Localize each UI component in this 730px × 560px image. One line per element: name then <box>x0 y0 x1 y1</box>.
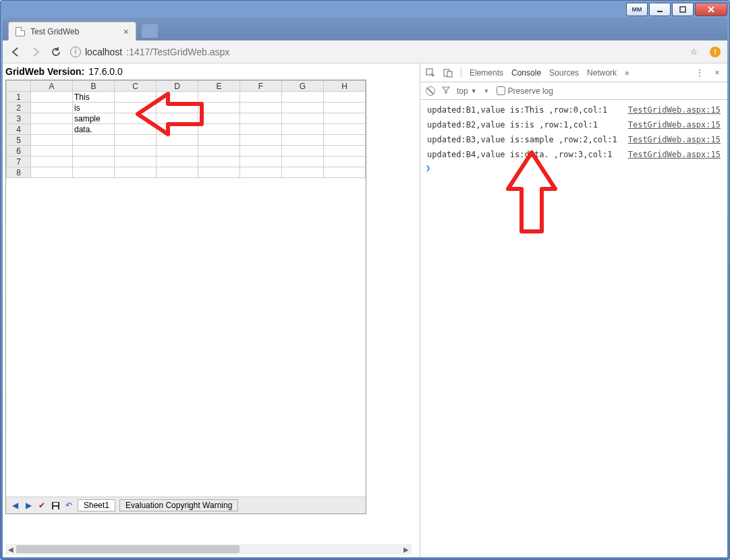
col-header[interactable]: C <box>115 81 157 92</box>
grid-cell[interactable] <box>198 92 240 103</box>
grid-cell[interactable] <box>282 92 324 103</box>
grid-cell[interactable] <box>282 135 324 146</box>
grid-cell[interactable]: This <box>73 92 115 103</box>
inspect-icon[interactable] <box>426 68 435 78</box>
grid-cell[interactable] <box>157 103 198 113</box>
grid-cell[interactable] <box>240 124 282 135</box>
grid-cell[interactable] <box>31 135 73 146</box>
grid-cell[interactable] <box>324 113 366 124</box>
grid-cell[interactable] <box>31 103 73 113</box>
console-source-link[interactable]: TestGridWeb.aspx:15 <box>628 134 721 146</box>
grid-cell[interactable] <box>324 146 366 157</box>
preserve-log-toggle[interactable]: Preserve log <box>497 86 553 96</box>
grid-cell[interactable] <box>324 124 366 135</box>
back-button[interactable] <box>9 46 22 58</box>
grid-cell[interactable] <box>115 113 157 124</box>
grid-cell[interactable] <box>31 157 73 167</box>
minimize-button[interactable] <box>649 3 671 16</box>
grid-cell[interactable] <box>324 167 366 178</box>
grid-cell[interactable] <box>198 113 240 124</box>
grid-cell[interactable] <box>31 113 73 124</box>
col-header[interactable]: D <box>157 81 198 92</box>
maximize-button[interactable] <box>672 3 694 16</box>
info-icon[interactable]: i <box>70 47 81 57</box>
grid-corner[interactable] <box>7 81 31 92</box>
devtools-tab-sources[interactable]: Sources <box>549 68 579 78</box>
url-box[interactable]: i localhost:1417/TestGridWeb.aspx <box>70 47 682 57</box>
scroll-right-icon[interactable]: ▶ <box>401 544 412 555</box>
context-dropdown[interactable]: top ▼ <box>457 86 477 96</box>
grid-cell[interactable] <box>157 113 198 124</box>
col-header[interactable]: E <box>198 81 240 92</box>
devtools-more-tabs-icon[interactable]: » <box>625 68 629 78</box>
grid-cell[interactable] <box>240 92 282 103</box>
evaluation-warning-tab[interactable]: Evaluation Copyright Warning <box>119 499 238 511</box>
grid-cell[interactable] <box>31 167 73 178</box>
submit-icon[interactable]: ✔ <box>37 501 47 510</box>
console-source-link[interactable]: TestGridWeb.aspx:15 <box>628 148 721 161</box>
grid-cell[interactable] <box>73 146 115 157</box>
grid-cell[interactable] <box>73 157 115 167</box>
grid-cell[interactable] <box>240 103 282 113</box>
row-header[interactable]: 2 <box>7 103 31 113</box>
row-header[interactable]: 5 <box>7 135 31 146</box>
row-header[interactable]: 4 <box>7 124 31 135</box>
row-header[interactable]: 1 <box>7 92 31 103</box>
close-button[interactable] <box>695 3 727 16</box>
new-tab-button[interactable] <box>142 24 158 38</box>
devtools-close-icon[interactable]: × <box>712 68 722 78</box>
sheet-next-icon[interactable]: ▶ <box>24 501 33 510</box>
grid-cell[interactable] <box>157 157 198 167</box>
grid-cell[interactable] <box>115 92 157 103</box>
grid-cell[interactable] <box>73 135 115 146</box>
grid-cell[interactable] <box>324 135 366 146</box>
col-header[interactable]: F <box>240 81 282 92</box>
device-toggle-icon[interactable] <box>443 68 453 78</box>
grid-cell[interactable] <box>198 167 240 178</box>
grid-cell[interactable]: is <box>73 103 115 113</box>
row-header[interactable]: 6 <box>7 146 31 157</box>
sheet-tab[interactable]: Sheet1 <box>78 499 115 511</box>
grid-cell[interactable] <box>198 103 240 113</box>
grid-cell[interactable] <box>73 167 115 178</box>
grid-cell[interactable] <box>115 146 157 157</box>
console-source-link[interactable]: TestGridWeb.aspx:15 <box>628 119 721 131</box>
bookmark-icon[interactable]: ☆ <box>690 47 698 57</box>
grid-cell[interactable] <box>198 124 240 135</box>
devtools-tab-network[interactable]: Network <box>587 68 617 78</box>
devtools-tab-elements[interactable]: Elements <box>470 68 503 78</box>
row-header[interactable]: 8 <box>7 167 31 178</box>
undo-icon[interactable]: ↶ <box>64 501 74 510</box>
browser-tab[interactable]: Test GridWeb × <box>8 22 136 40</box>
grid-cell[interactable] <box>115 135 157 146</box>
col-header[interactable]: G <box>282 81 324 92</box>
forward-button[interactable] <box>30 46 42 58</box>
grid-cell[interactable] <box>115 167 157 178</box>
grid-cell[interactable] <box>198 157 240 167</box>
console-prompt[interactable]: ❯ <box>420 162 727 174</box>
scroll-left-icon[interactable]: ◀ <box>5 544 16 555</box>
grid-cell[interactable] <box>324 157 366 167</box>
grid-cell[interactable] <box>31 124 73 135</box>
filter-levels-icon[interactable]: ▼ <box>484 88 490 94</box>
col-header[interactable]: A <box>31 81 73 92</box>
grid-cell[interactable] <box>198 135 240 146</box>
filter-icon[interactable] <box>442 86 450 96</box>
reload-button[interactable] <box>50 46 62 58</box>
sheet-prev-icon[interactable]: ◀ <box>10 501 20 510</box>
grid-cell[interactable] <box>282 103 324 113</box>
row-header[interactable]: 3 <box>7 113 31 124</box>
grid-cell[interactable] <box>282 146 324 157</box>
grid-cell[interactable] <box>115 124 157 135</box>
horizontal-scrollbar[interactable]: ◀ ▶ <box>5 544 412 555</box>
grid-cell[interactable] <box>282 113 324 124</box>
grid-cell[interactable] <box>115 157 157 167</box>
grid-cell[interactable] <box>240 146 282 157</box>
row-header[interactable]: 7 <box>7 157 31 167</box>
grid-cell[interactable] <box>282 167 324 178</box>
preserve-log-checkbox[interactable] <box>497 86 505 95</box>
devtools-tab-console[interactable]: Console <box>511 68 541 78</box>
grid-cell[interactable] <box>324 103 366 113</box>
grid-cell[interactable] <box>282 157 324 167</box>
grid-cell[interactable] <box>157 92 198 103</box>
